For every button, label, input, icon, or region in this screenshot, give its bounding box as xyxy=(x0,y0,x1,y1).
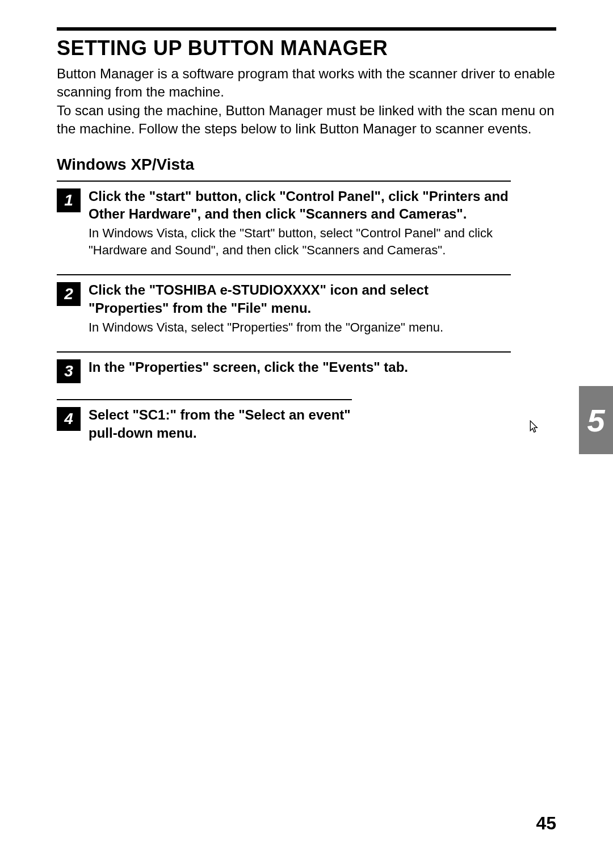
step-number: 3 xyxy=(57,359,81,383)
step-subtext: In Windows Vista, select "Properties" fr… xyxy=(89,319,511,336)
step-body: Click the "start" button, click "Control… xyxy=(89,187,511,259)
step-subtext: In Windows Vista, click the "Start" butt… xyxy=(89,225,511,258)
step-heading: In the "Properties" screen, click the "E… xyxy=(89,358,511,376)
step-body: Click the "TOSHIBA e-STUDIOXXXX" icon an… xyxy=(89,281,511,336)
step-1: 1 Click the "start" button, click "Contr… xyxy=(57,181,511,259)
step-body: Select "SC1:" from the "Select an event"… xyxy=(89,406,352,443)
intro-paragraph: Button Manager is a software program tha… xyxy=(57,65,556,139)
step-4: 4 Select "SC1:" from the "Select an even… xyxy=(57,399,352,443)
os-subhead: Windows XP/Vista xyxy=(57,156,556,174)
intro-line-2: To scan using the machine, Button Manage… xyxy=(57,103,555,136)
page-number: 45 xyxy=(536,813,556,834)
step-number: 2 xyxy=(57,282,81,306)
page-title: SETTING UP BUTTON MANAGER xyxy=(57,36,556,60)
step-heading: Click the "TOSHIBA e-STUDIOXXXX" icon an… xyxy=(89,281,511,316)
top-rule xyxy=(57,27,556,31)
step-3: 3 In the "Properties" screen, click the … xyxy=(57,351,511,383)
chapter-tab: 5 xyxy=(579,386,613,454)
cursor-icon xyxy=(529,420,539,437)
step-number: 1 xyxy=(57,188,81,212)
intro-line-1: Button Manager is a software program tha… xyxy=(57,66,555,99)
step-heading: Select "SC1:" from the "Select an event"… xyxy=(89,406,352,441)
step-2: 2 Click the "TOSHIBA e-STUDIOXXXX" icon … xyxy=(57,274,511,336)
page: SETTING UP BUTTON MANAGER Button Manager… xyxy=(0,0,613,868)
step-heading: Click the "start" button, click "Control… xyxy=(89,187,511,223)
step-number: 4 xyxy=(57,407,81,431)
step-body: In the "Properties" screen, click the "E… xyxy=(89,358,511,378)
